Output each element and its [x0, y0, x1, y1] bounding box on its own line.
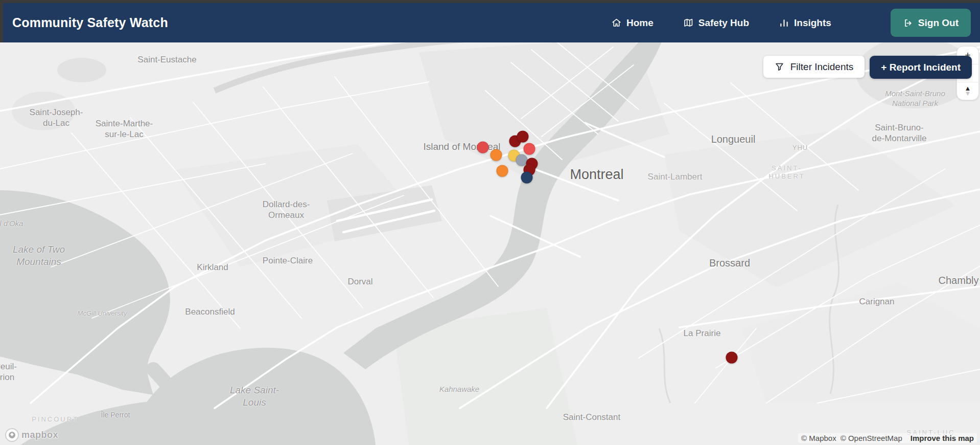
nav-item-label: Home	[626, 17, 654, 29]
mapbox-wordmark: mapbox	[21, 430, 58, 440]
filter-incidents-label: Filter Incidents	[790, 61, 854, 73]
incident-marker[interactable]	[491, 149, 502, 161]
home-icon	[611, 17, 622, 28]
mapbox-logo[interactable]: mapbox	[5, 428, 58, 442]
window-top-edge	[0, 0, 980, 3]
filter-icon	[775, 62, 784, 72]
mapbox-credit[interactable]: © Mapbox	[801, 434, 836, 442]
map-icon	[683, 17, 694, 28]
sign-out-button[interactable]: Sign Out	[891, 9, 971, 37]
nav-item-insights[interactable]: Insights	[779, 17, 831, 29]
map-attribution: © Mapbox© OpenStreetMapImprove this map	[798, 433, 977, 443]
main-nav: Home Safety Hub Insights Sign Out	[611, 9, 971, 37]
pitch-control[interactable]: ▲ ▼	[957, 82, 978, 100]
pitch-down-icon: ▼	[965, 91, 971, 96]
bar-chart-icon	[779, 17, 789, 28]
incident-marker[interactable]	[517, 131, 529, 143]
app-header: Community Safety Watch Home Safety Hub I…	[0, 3, 980, 42]
map-background	[0, 42, 980, 445]
nav-item-safety-hub[interactable]: Safety Hub	[683, 17, 749, 29]
incident-marker[interactable]	[477, 142, 489, 153]
incident-marker[interactable]	[521, 172, 533, 184]
window-left-edge	[0, 0, 3, 42]
mapbox-pin-icon	[5, 428, 19, 442]
incident-marker[interactable]	[726, 352, 738, 364]
osm-credit[interactable]: © OpenStreetMap	[841, 434, 902, 442]
incident-marker[interactable]	[524, 143, 535, 155]
improve-map-link[interactable]: Improve this map	[911, 434, 974, 442]
map-canvas[interactable]	[0, 42, 980, 445]
report-incident-button[interactable]: + Report Incident	[870, 56, 972, 79]
filter-incidents-button[interactable]: Filter Incidents	[763, 56, 865, 78]
sign-out-label: Sign Out	[918, 17, 959, 29]
nav-item-label: Safety Hub	[698, 17, 749, 29]
incident-marker[interactable]	[497, 165, 508, 177]
nav-item-home[interactable]: Home	[611, 17, 654, 29]
map-toolbar: Filter Incidents + Report Incident	[763, 56, 972, 79]
app-title: Community Safety Watch	[12, 15, 168, 30]
nav-item-label: Insights	[794, 17, 831, 29]
sign-out-icon	[903, 18, 913, 28]
